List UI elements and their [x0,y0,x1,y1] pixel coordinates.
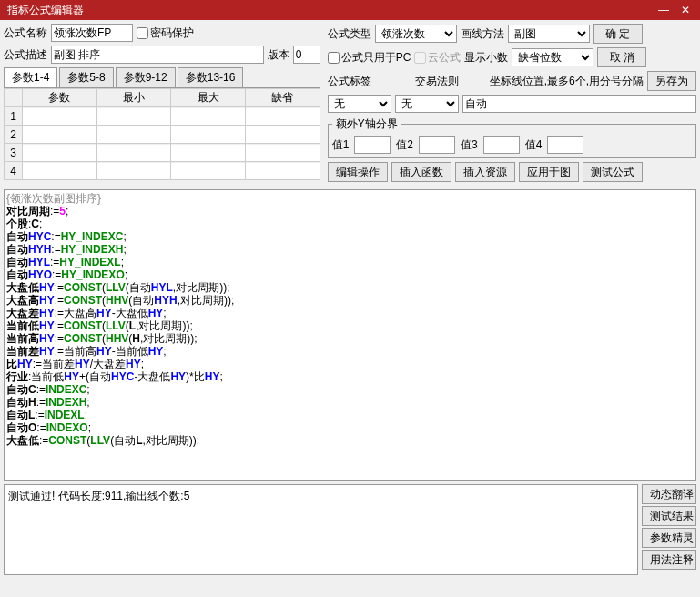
show-decimal-select[interactable]: 缺省位数 [512,48,593,66]
formula-desc-label: 公式描述 [4,47,47,63]
param-default-input[interactable] [246,108,320,125]
extra-yaxis-legend: 额外Y轴分界 [332,116,401,132]
formula-desc-input[interactable] [51,46,264,64]
yaxis-val3-input[interactable] [483,136,520,154]
param-max-input[interactable] [171,145,245,161]
coord-lines-label: 坐标线位置,最多6个,用分号分隔 [490,74,644,89]
param-min-input[interactable] [97,108,171,125]
cloud-formula-checkbox: 云公式 [414,50,461,66]
trade-rule-select[interactable]: 无 [395,95,459,113]
param-row: 2 [5,126,320,144]
titlebar: 指标公式编辑器 — ✕ [0,0,700,20]
param-max-input[interactable] [171,126,245,143]
param-default-input[interactable] [246,126,320,143]
coord-lines-input[interactable] [462,95,696,113]
window-title: 指标公式编辑器 [4,3,653,18]
tab-params-1-4[interactable]: 参数1-4 [4,67,57,87]
trade-rule-label: 交易法则 [415,74,459,89]
code-editor[interactable]: {领涨次数副图排序}对比周期:=5;个股:C;自动HYC:=HY_INDEXC;… [4,189,696,481]
show-decimal-label: 显示小数 [464,50,508,66]
formula-type-select[interactable]: 领涨次数 [375,25,457,43]
param-header-name: 参数 [23,89,97,107]
param-min-input[interactable] [97,126,171,143]
draw-method-label: 画线方法 [461,26,504,42]
param-max-input[interactable] [171,108,245,125]
ok-button[interactable]: 确 定 [593,24,643,44]
save-as-button[interactable]: 另存为 [647,71,696,91]
param-tabs: 参数1-4 参数5-8 参数9-12 参数13-16 [4,67,320,88]
status-output: 测试通过! 代码长度:911,输出线个数:5 [4,484,638,575]
extra-yaxis-fieldset: 额外Y轴分界 值1 值2 值3 值4 [328,116,696,158]
yaxis-val2-input[interactable] [419,136,455,154]
password-protect-checkbox[interactable]: 密码保护 [137,25,194,41]
param-header-default: 缺省 [245,89,320,107]
formula-name-label: 公式名称 [4,25,47,41]
edit-operation-button[interactable]: 编辑操作 [328,162,388,182]
version-label: 版本 [268,47,289,63]
cancel-button[interactable]: 取 消 [597,47,646,67]
formula-tag-select[interactable]: 无 [328,95,391,113]
param-default-input[interactable] [246,163,320,179]
formula-type-label: 公式类型 [328,26,371,42]
yaxis-val4-input[interactable] [547,136,583,154]
param-wizard-button[interactable]: 参数精灵 [642,528,696,548]
dynamic-translate-button[interactable]: 动态翻译 [642,484,696,504]
param-row: 1 [5,107,320,126]
minimize-button[interactable]: — [653,4,675,16]
param-min-input[interactable] [97,163,171,179]
insert-resource-button[interactable]: 插入资源 [455,162,515,182]
param-max-input[interactable] [171,163,245,179]
insert-function-button[interactable]: 插入函数 [391,162,451,182]
apply-to-chart-button[interactable]: 应用于图 [519,162,579,182]
test-result-button[interactable]: 测试结果 [642,506,696,526]
param-row: 4 [5,162,320,180]
param-header-min: 最小 [96,89,171,107]
draw-method-select[interactable]: 副图 [508,25,590,43]
tab-params-9-12[interactable]: 参数9-12 [116,67,176,87]
param-row: 3 [5,144,320,162]
usage-notes-button[interactable]: 用法注释 [642,550,696,570]
test-formula-button[interactable]: 测试公式 [583,162,643,182]
tab-params-5-8[interactable]: 参数5-8 [59,67,113,87]
pc-only-checkbox[interactable]: 公式只用于PC [328,50,411,66]
param-name-input[interactable] [23,126,96,143]
param-min-input[interactable] [97,145,171,161]
param-default-input[interactable] [246,145,320,161]
formula-name-input[interactable] [51,24,133,42]
param-name-input[interactable] [23,163,96,179]
param-name-input[interactable] [23,145,96,161]
yaxis-val1-input[interactable] [354,136,391,154]
params-table: 参数 最小 最大 缺省 1234 [4,88,320,180]
version-input[interactable] [293,46,320,64]
param-header-max: 最大 [171,89,246,107]
tab-params-13-16[interactable]: 参数13-16 [178,67,244,87]
close-button[interactable]: ✕ [675,4,696,16]
formula-tag-label: 公式标签 [328,74,371,89]
param-name-input[interactable] [23,108,96,125]
